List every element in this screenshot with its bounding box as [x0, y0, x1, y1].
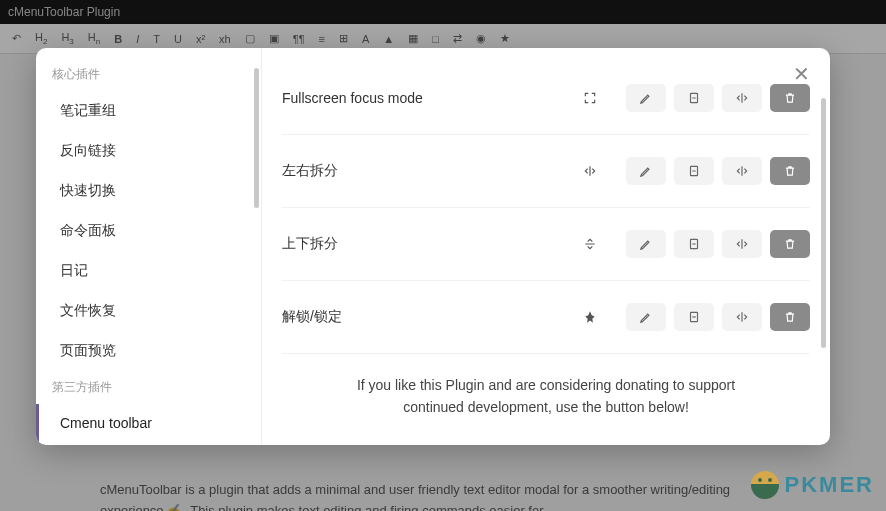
setting-label: 上下拆分 [282, 235, 570, 253]
file-icon [687, 310, 701, 324]
edit-button[interactable] [626, 84, 666, 112]
settings-main: ✕ Fullscreen focus mode 左右拆分 上下拆分 解锁/锁定 [262, 48, 830, 445]
file-button[interactable] [674, 303, 714, 331]
close-button[interactable]: ✕ [793, 62, 810, 86]
drag-button[interactable] [722, 84, 762, 112]
setting-row-2: 上下拆分 [282, 208, 810, 281]
sidebar-section-core: 核心插件 [36, 58, 261, 91]
file-button[interactable] [674, 157, 714, 185]
setting-row-0: Fullscreen focus mode [282, 62, 810, 135]
trash-icon [783, 237, 797, 251]
fullscreen-icon [570, 84, 610, 112]
drag-button[interactable] [722, 157, 762, 185]
setting-row-1: 左右拆分 [282, 135, 810, 208]
sidebar-item-5[interactable]: 文件恢复 [36, 291, 261, 331]
pencil-icon [639, 91, 653, 105]
sidebar-item-3[interactable]: 命令面板 [36, 211, 261, 251]
settings-sidebar: 核心插件 笔记重组反向链接快速切换命令面板日记文件恢复页面预览 第三方插件 Cm… [36, 48, 262, 445]
pencil-icon [639, 164, 653, 178]
pencil-icon [639, 310, 653, 324]
setting-label: Fullscreen focus mode [282, 90, 570, 106]
pkmer-watermark: PKMER [751, 471, 874, 499]
setting-label: 左右拆分 [282, 162, 570, 180]
sidebar-third-item-0[interactable]: Cmenu toolbar [36, 404, 261, 442]
trash-icon [783, 164, 797, 178]
drag-icon [735, 91, 749, 105]
sidebar-section-third: 第三方插件 [36, 371, 261, 404]
drag-icon [735, 310, 749, 324]
trash-icon [783, 91, 797, 105]
edit-button[interactable] [626, 230, 666, 258]
drag-button[interactable] [722, 230, 762, 258]
file-button[interactable] [674, 230, 714, 258]
setting-actions [626, 84, 810, 112]
pkmer-text: PKMER [785, 472, 874, 498]
split-h-icon [570, 157, 610, 185]
donate-message: If you like this Plugin and are consider… [282, 354, 810, 419]
pkmer-logo-icon [751, 471, 779, 499]
setting-actions [626, 157, 810, 185]
file-button[interactable] [674, 84, 714, 112]
sidebar-item-1[interactable]: 反向链接 [36, 131, 261, 171]
setting-actions [626, 230, 810, 258]
edit-button[interactable] [626, 303, 666, 331]
file-icon [687, 91, 701, 105]
file-icon [687, 164, 701, 178]
drag-icon [735, 164, 749, 178]
settings-modal: 核心插件 笔记重组反向链接快速切换命令面板日记文件恢复页面预览 第三方插件 Cm… [36, 48, 830, 445]
main-scrollbar[interactable] [821, 98, 826, 348]
delete-button[interactable] [770, 303, 810, 331]
sidebar-item-0[interactable]: 笔记重组 [36, 91, 261, 131]
setting-row-3: 解锁/锁定 [282, 281, 810, 354]
delete-button[interactable] [770, 230, 810, 258]
sidebar-item-6[interactable]: 页面预览 [36, 331, 261, 371]
sidebar-item-4[interactable]: 日记 [36, 251, 261, 291]
pencil-icon [639, 237, 653, 251]
file-icon [687, 237, 701, 251]
drag-button[interactable] [722, 303, 762, 331]
sidebar-item-2[interactable]: 快速切换 [36, 171, 261, 211]
delete-button[interactable] [770, 84, 810, 112]
pin-icon [570, 303, 610, 331]
setting-label: 解锁/锁定 [282, 308, 570, 326]
edit-button[interactable] [626, 157, 666, 185]
split-v-icon [570, 230, 610, 258]
delete-button[interactable] [770, 157, 810, 185]
drag-icon [735, 237, 749, 251]
close-icon: ✕ [793, 63, 810, 85]
setting-actions [626, 303, 810, 331]
sidebar-scrollbar[interactable] [254, 68, 259, 208]
trash-icon [783, 310, 797, 324]
